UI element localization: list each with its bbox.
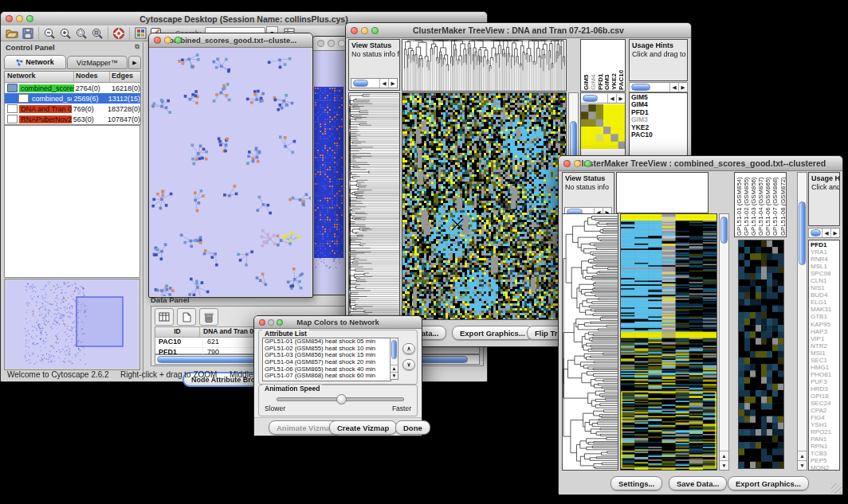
- tv2-gene-label[interactable]: FIG4: [811, 414, 839, 421]
- tv2-gene-label[interactable]: PUF3: [811, 378, 839, 385]
- tv2-gene-label[interactable]: RPO21: [811, 428, 839, 436]
- zoom-window-icon[interactable]: [338, 40, 345, 47]
- close-icon[interactable]: [154, 37, 161, 44]
- tv2-column-label[interactable]: GPL51-07 (GSM868): [771, 172, 779, 236]
- tv1-title-bar[interactable]: ClusterMaker TreeView : DNA and Tran 07-…: [346, 23, 691, 38]
- tv2-export-graphics-button[interactable]: Export Graphics...: [728, 476, 809, 490]
- tv2-column-dendrogram[interactable]: [616, 172, 709, 213]
- attribute-item[interactable]: GPL51-06 (GSM865) heat shock 40 min: [265, 366, 391, 373]
- zoom-window-icon[interactable]: [277, 319, 283, 326]
- tv2-gene-vscrollbar[interactable]: ▲▼: [797, 172, 807, 471]
- tv1-column-label[interactable]: GIM4: [590, 63, 597, 90]
- delete-attribute-trash-icon[interactable]: [199, 308, 218, 326]
- tv2-usage-hscrollbar[interactable]: ◀▶: [808, 228, 840, 238]
- tv2-gene-label[interactable]: PEP5: [811, 457, 839, 464]
- tv2-gene-label[interactable]: NIS1: [811, 284, 839, 291]
- tv2-gene-label[interactable]: MON2: [811, 464, 839, 471]
- tv2-column-label[interactable]: GPL51-01 (GSM854): [736, 172, 743, 236]
- network-name[interactable]: combined_scores_: [19, 84, 74, 92]
- resize-grip[interactable]: [831, 483, 842, 494]
- tv1-column-label[interactable]: PAC10: [618, 63, 625, 90]
- attribute-item[interactable]: GPL51-03 (GSM856) heat shock 15 min: [265, 352, 391, 359]
- tv2-gene-label[interactable]: MSI1: [811, 350, 839, 357]
- tv2-column-label[interactable]: GPL51-02 (GSM855): [743, 172, 750, 236]
- new-attribute-icon[interactable]: [177, 308, 196, 326]
- tv2-gene-label[interactable]: BUD4: [811, 291, 839, 299]
- minimize-icon[interactable]: [574, 160, 581, 167]
- move-down-button[interactable]: ∨: [402, 359, 415, 370]
- col-network[interactable]: Network: [5, 72, 74, 82]
- done-button[interactable]: Done: [395, 420, 430, 435]
- tv2-gene-label[interactable]: CPA2: [811, 407, 839, 414]
- tv2-save-data-button[interactable]: Save Data...: [669, 476, 727, 490]
- attribute-item[interactable]: GPL51-07 (GSM868) heat shock 60 min: [265, 373, 391, 380]
- zoom-window-icon[interactable]: [175, 37, 182, 44]
- tv2-title-bar[interactable]: ClusterMaker TreeView : combined_scores_…: [559, 156, 842, 171]
- tv1-gene-label[interactable]: PAC10: [631, 131, 687, 139]
- attribute-item[interactable]: GPL51-04 (GSM857) heat shock 20 min: [265, 359, 391, 366]
- tv2-column-label[interactable]: GPL51-08 (GSM872): [779, 172, 787, 236]
- tv2-vscrollbar[interactable]: ▲▼: [719, 213, 729, 471]
- zoom-window-icon[interactable]: [371, 27, 379, 34]
- tv2-gene-label[interactable]: YSH1: [811, 421, 839, 428]
- network-view-title-bar[interactable]: combined_scores_good.txt--cluste...: [149, 33, 312, 48]
- grid-window-title-bar[interactable]: [312, 37, 347, 51]
- zoom-in-icon[interactable]: [57, 26, 73, 41]
- tab-overflow-arrow[interactable]: ▶: [128, 56, 141, 69]
- attribute-select-icon[interactable]: [155, 308, 174, 326]
- tv1-column-labels[interactable]: GIM5GIM4PFD1GIM3YKE2PAC10: [580, 39, 626, 92]
- tv2-gene-label[interactable]: RNR4: [811, 256, 839, 263]
- tv1-column-label[interactable]: GIM3: [603, 63, 610, 90]
- tab-vizmapper[interactable]: VizMapper™: [67, 56, 128, 69]
- tv2-gene-label[interactable]: CLN1: [811, 277, 839, 284]
- tv2-gene-label[interactable]: VIP1: [811, 335, 839, 342]
- move-up-button[interactable]: ∧: [402, 343, 415, 354]
- tv1-column-label[interactable]: YKE2: [610, 63, 618, 90]
- tv2-gene-label[interactable]: SPC98: [811, 270, 839, 277]
- tv2-gene-label[interactable]: PFD1: [811, 241, 839, 248]
- tv2-gene-label[interactable]: MSL1: [811, 263, 839, 270]
- network-row[interactable]: DNA and Tran 07769(0)183728(0): [5, 104, 140, 114]
- zoom-selected-region-icon[interactable]: [73, 26, 89, 41]
- close-icon[interactable]: [351, 27, 358, 34]
- tv2-gene-label[interactable]: MAK31: [811, 306, 839, 313]
- tab-network[interactable]: Network: [4, 55, 66, 69]
- network-name[interactable]: combined_sco: [30, 95, 72, 103]
- zoom-window-icon[interactable]: [26, 15, 33, 22]
- zoom-window-icon[interactable]: [584, 160, 591, 167]
- network-row[interactable]: combined_scores_2764(0)16218(0): [5, 83, 140, 93]
- dialog-title-bar[interactable]: Map Colors to Network: [254, 316, 422, 329]
- tv1-status-hscrollbar[interactable]: ◀▶: [351, 78, 398, 88]
- save-icon[interactable]: [20, 26, 36, 41]
- network-tree-empty-area[interactable]: [4, 125, 140, 278]
- tv2-gene-label[interactable]: YRA1: [811, 248, 839, 256]
- tv2-gene-label[interactable]: GPI16: [811, 393, 839, 400]
- help-lifering-icon[interactable]: [111, 26, 127, 41]
- open-file-icon[interactable]: [4, 26, 20, 41]
- minimize-icon[interactable]: [268, 319, 274, 326]
- zoom-out-icon[interactable]: [41, 26, 57, 41]
- tv2-gene-label[interactable]: ELG1: [811, 299, 839, 306]
- attribute-item[interactable]: GPL51-01 (GSM854) heat shock 05 min: [265, 338, 391, 346]
- network-overview-canvas[interactable]: [5, 279, 138, 368]
- vizmapper-icon[interactable]: [132, 26, 148, 41]
- network-row[interactable]: RNAPuberNov2+563(0)107847(0): [5, 114, 140, 124]
- minimize-icon[interactable]: [361, 27, 368, 34]
- tv1-export-graphics-button[interactable]: Export Graphics...: [452, 326, 533, 340]
- tv2-gene-label[interactable]: HRD3: [811, 385, 839, 393]
- tv2-gene-label[interactable]: PHO81: [811, 371, 839, 378]
- tv2-gene-label[interactable]: HAP3: [811, 328, 839, 335]
- tv2-row-dendrogram[interactable]: [562, 213, 618, 471]
- tv2-column-labels[interactable]: GPL51-01 (GSM854)GPL51-02 (GSM855)GPL51-…: [734, 172, 787, 237]
- tv2-gene-label[interactable]: TCB3: [811, 450, 839, 457]
- tv1-usage-hscrollbar[interactable]: ◀▶: [629, 82, 688, 92]
- tv2-column-label[interactable]: GPL51-03 (GSM856): [750, 172, 757, 236]
- tv1-column-dendrogram[interactable]: [402, 39, 567, 92]
- tv2-gene-labels[interactable]: PFD1YRA1RNR4MSL1SPC98CLN1NIS1BUD4ELG1MAK…: [808, 240, 840, 471]
- tv2-gene-label[interactable]: NTR2: [811, 342, 839, 350]
- col-edges[interactable]: Edges: [110, 72, 140, 82]
- network-name[interactable]: DNA and Tran 07: [19, 105, 72, 113]
- tv1-heatmap[interactable]: [402, 92, 567, 320]
- network-row[interactable]: combined_sco2569(6)13112(15): [5, 93, 140, 104]
- close-icon[interactable]: [259, 319, 265, 326]
